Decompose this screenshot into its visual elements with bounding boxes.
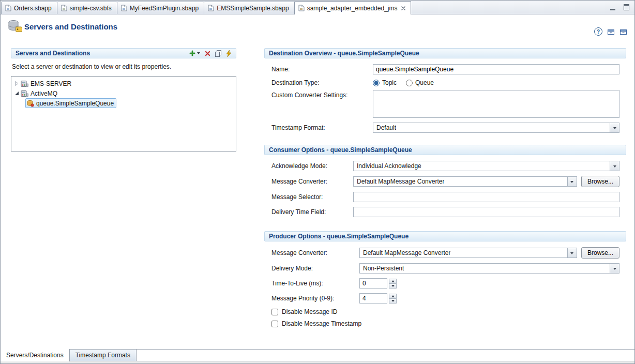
queue-icon bbox=[26, 100, 34, 107]
topic-radio-label: Topic bbox=[382, 79, 397, 86]
editor-tab-sample-adapter-embedded-jms[interactable]: sample_adapter_embedded_jms bbox=[294, 1, 412, 14]
disable-message-id-checkbox[interactable] bbox=[271, 309, 278, 315]
tree-item-activemq[interactable]: ActiveMQ bbox=[11, 88, 236, 98]
custom-converter-label: Custom Converter Settings: bbox=[271, 90, 373, 99]
queue-radio-option[interactable]: Queue bbox=[406, 79, 434, 86]
spin-down-icon[interactable] bbox=[389, 283, 397, 289]
spin-down-icon[interactable] bbox=[389, 298, 397, 304]
delivery-time-field-input[interactable] bbox=[353, 207, 619, 217]
disable-message-id-label: Disable Message ID bbox=[282, 308, 337, 315]
tree-item-queue-simplesamplequeue[interactable]: queue.SimpleSampleQueue bbox=[11, 98, 236, 108]
page-title: Servers and Destinations bbox=[24, 22, 117, 31]
topic-radio[interactable] bbox=[373, 80, 380, 86]
copy-button[interactable] bbox=[215, 50, 222, 57]
consumer-browse-button[interactable]: Browse... bbox=[581, 176, 619, 187]
message-priority-row: Message Priority (0-9): bbox=[271, 293, 619, 304]
dropdown-arrow-icon[interactable] bbox=[610, 123, 619, 132]
tab-timestamp-formats[interactable]: Timestamp Formats bbox=[70, 350, 137, 361]
dropdown-arrow-icon[interactable] bbox=[567, 248, 577, 257]
producer-browse-button[interactable]: Browse... bbox=[581, 247, 619, 259]
message-priority-input[interactable] bbox=[359, 293, 387, 304]
delivery-time-field-label: Delivery Time Field: bbox=[271, 208, 353, 216]
disable-message-timestamp-label: Disable Message Timestamp bbox=[282, 320, 361, 327]
editor-tab-label: simple-csv.sbfs bbox=[70, 5, 112, 12]
producer-message-converter-row: Message Converter: Default MapMessage Co… bbox=[271, 247, 619, 259]
acknowledge-mode-label: Acknowledge Mode: bbox=[271, 162, 353, 170]
name-input[interactable] bbox=[373, 64, 619, 74]
delivery-mode-dropdown[interactable]: Non-Persistent bbox=[359, 263, 619, 274]
page-tab-label: Timestamp Formats bbox=[75, 352, 130, 359]
dropdown-arrow-icon[interactable] bbox=[610, 161, 619, 171]
dropdown-arrow-icon[interactable] bbox=[567, 177, 577, 186]
producer-options-section: Producer Options - queue.SimpleSampleQue… bbox=[264, 231, 626, 337]
servers-tree[interactable]: EMS-SERVER ActiveMQ queue.SimpleSampleQu… bbox=[11, 76, 236, 151]
consumer-message-converter-row: Message Converter: Default MapMessage Co… bbox=[271, 176, 619, 187]
acknowledge-mode-row: Acknowledge Mode: Individual Acknowledge bbox=[271, 161, 619, 171]
twistie-expanded-icon[interactable] bbox=[14, 91, 20, 96]
message-selector-input[interactable] bbox=[353, 192, 619, 202]
destination-overview-title: Destination Overview - queue.SimpleSampl… bbox=[269, 50, 419, 57]
time-to-live-row: Time-To-Live (ms): bbox=[271, 278, 619, 289]
minimize-icon[interactable] bbox=[610, 5, 615, 10]
acknowledge-mode-value: Individual Acknowledge bbox=[357, 162, 421, 170]
custom-converter-row: Custom Converter Settings: bbox=[271, 90, 619, 118]
file-icon bbox=[298, 5, 305, 11]
dropdown-arrow-icon[interactable] bbox=[610, 264, 619, 273]
file-icon bbox=[61, 5, 67, 11]
timestamp-format-value: Default bbox=[376, 124, 396, 131]
file-icon bbox=[208, 5, 214, 11]
editor-tab-label: MyFeedSimPlugin.sbapp bbox=[130, 5, 199, 12]
header-actions: ? bbox=[594, 27, 627, 36]
destination-type-row: Destination Type: Topic Queue bbox=[271, 79, 619, 86]
help-icon[interactable]: ? bbox=[594, 27, 602, 36]
servers-section-header: Servers and Destinations bbox=[11, 48, 236, 58]
expand-all-sections-icon[interactable] bbox=[608, 28, 615, 35]
queue-radio[interactable] bbox=[406, 80, 413, 86]
tab-servers-destinations[interactable]: Servers/Destinations bbox=[1, 349, 70, 361]
file-icon bbox=[5, 5, 11, 11]
editor-tab-label: Orders.sbapp bbox=[14, 5, 52, 12]
editor-tab-simple-csv[interactable]: simple-csv.sbfs bbox=[57, 2, 117, 14]
file-icon bbox=[121, 5, 127, 11]
custom-converter-textarea[interactable] bbox=[373, 90, 619, 118]
delete-button[interactable] bbox=[205, 51, 210, 56]
consumer-message-converter-label: Message Converter: bbox=[271, 178, 353, 185]
consumer-options-title: Consumer Options - queue.SimpleSampleQue… bbox=[269, 146, 412, 154]
add-server-button[interactable] bbox=[189, 50, 201, 56]
acknowledge-mode-dropdown[interactable]: Individual Acknowledge bbox=[353, 161, 619, 171]
consumer-options-section: Consumer Options - queue.SimpleSampleQue… bbox=[264, 145, 626, 222]
name-label: Name: bbox=[271, 66, 373, 73]
tree-item-ems-server[interactable]: EMS-SERVER bbox=[11, 79, 236, 88]
queue-radio-label: Queue bbox=[415, 79, 434, 86]
timestamp-format-dropdown[interactable]: Default bbox=[373, 123, 619, 133]
tree-node-selected[interactable]: queue.SimpleSampleQueue bbox=[25, 98, 116, 108]
consumer-message-converter-dropdown[interactable]: Default MapMessage Converter bbox=[353, 176, 577, 187]
disable-message-timestamp-row: Disable Message Timestamp bbox=[271, 320, 619, 327]
collapse-all-sections-icon[interactable] bbox=[620, 28, 627, 35]
time-to-live-label: Time-To-Live (ms): bbox=[271, 280, 359, 287]
topic-radio-option[interactable]: Topic bbox=[373, 79, 397, 86]
editor-tab-myfeedsimplugin[interactable]: MyFeedSimPlugin.sbapp bbox=[117, 2, 204, 14]
maximize-icon[interactable] bbox=[624, 4, 629, 10]
tree-node[interactable]: EMS-SERVER bbox=[20, 79, 74, 88]
tree-item-label: queue.SimpleSampleQueue bbox=[36, 100, 114, 107]
producer-options-title: Producer Options - queue.SimpleSampleQue… bbox=[269, 233, 409, 240]
timestamp-format-label: Timestamp Format: bbox=[271, 124, 373, 131]
time-to-live-input[interactable] bbox=[359, 278, 387, 289]
editor-tab-orders[interactable]: Orders.sbapp bbox=[1, 2, 57, 14]
message-priority-spinner bbox=[359, 293, 397, 304]
tree-node[interactable]: ActiveMQ bbox=[20, 88, 60, 98]
tree-item-label: ActiveMQ bbox=[31, 90, 57, 97]
time-to-live-spinner bbox=[359, 278, 397, 289]
servers-panel: Servers and Destinations Select a server… bbox=[11, 48, 236, 151]
name-row: Name: bbox=[271, 64, 619, 74]
twistie-collapsed-icon[interactable] bbox=[14, 81, 20, 86]
application-window: Orders.sbapp simple-csv.sbfs MyFeedSimPl… bbox=[0, 0, 635, 364]
producer-message-converter-dropdown[interactable]: Default MapMessage Converter bbox=[359, 248, 577, 258]
consumer-options-header: Consumer Options - queue.SimpleSampleQue… bbox=[264, 145, 626, 155]
disable-message-timestamp-checkbox[interactable] bbox=[271, 321, 278, 327]
close-icon[interactable] bbox=[401, 6, 405, 10]
editor-tab-emssimplesample[interactable]: EMSSimpleSample.sbapp bbox=[204, 2, 294, 14]
destination-overview-header: Destination Overview - queue.SimpleSampl… bbox=[264, 48, 626, 58]
wizard-button[interactable] bbox=[226, 50, 232, 57]
